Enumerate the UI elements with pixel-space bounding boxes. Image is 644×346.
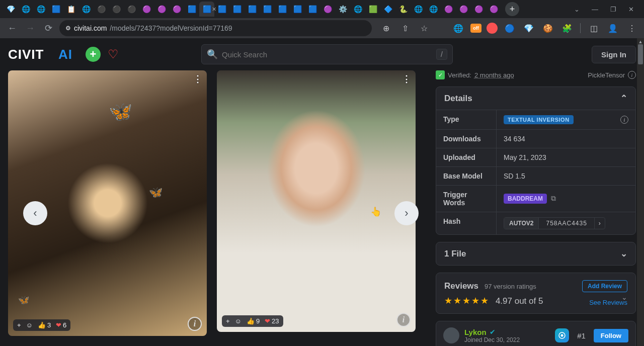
reviews-count: 97 version ratings <box>485 283 536 290</box>
gallery-image[interactable]: ⋮ + ☺ 👍9 ❤23 i <box>217 70 416 332</box>
ext-icon[interactable]: 💎 <box>522 21 536 35</box>
info-icon[interactable]: i <box>620 116 628 124</box>
ext-icon[interactable] <box>487 23 498 34</box>
hash-value[interactable]: 758AAC4435 <box>539 218 594 229</box>
scrollbar[interactable]: ▲ <box>637 38 644 346</box>
profile-icon[interactable]: 👤 <box>606 21 620 35</box>
tab[interactable]: 🟦 <box>229 2 245 17</box>
info-icon[interactable]: i <box>188 317 202 331</box>
tab[interactable]: 📋 <box>63 2 78 17</box>
tab[interactable]: ⚙️ <box>335 2 350 17</box>
ext-icon[interactable]: off <box>470 24 481 33</box>
tab[interactable]: 🟦 <box>290 2 305 17</box>
sign-in-button[interactable]: Sign In <box>592 46 636 63</box>
new-tab-button[interactable]: + <box>505 2 519 16</box>
hash-type[interactable]: AUTOV2 <box>504 218 539 229</box>
add-review-button[interactable]: Add Review <box>582 280 627 292</box>
forward-button[interactable]: → <box>23 21 37 35</box>
share-icon[interactable]: ⇧ <box>398 21 412 35</box>
gallery-next-button[interactable]: › <box>394 201 419 225</box>
details-header[interactable]: Details ⌃ <box>436 87 635 110</box>
copy-icon[interactable]: ⧉ <box>551 194 560 203</box>
install-app-icon[interactable]: ⊕ <box>379 21 393 35</box>
thumbs-reaction[interactable]: 👍3 <box>38 321 51 329</box>
hash-more-button[interactable]: › <box>595 218 605 229</box>
extensions-icon[interactable]: 🧩 <box>560 21 574 35</box>
tab[interactable]: 🐍 <box>395 2 411 17</box>
tab[interactable]: 🌐 <box>411 2 426 17</box>
tab[interactable]: 🌐 <box>78 2 94 17</box>
tab[interactable]: 🟦 <box>245 2 260 17</box>
chevron-down-icon[interactable]: ⌄ <box>621 293 627 301</box>
verified-date[interactable]: 2 months ago <box>474 71 514 79</box>
info-icon[interactable]: i <box>396 313 411 327</box>
info-icon[interactable]: i <box>628 71 636 79</box>
ext-icon[interactable]: 🍪 <box>541 21 555 35</box>
tab[interactable]: 🟦 <box>184 2 199 17</box>
tab[interactable]: 🟦 <box>48 2 63 17</box>
search-input[interactable] <box>222 50 436 59</box>
tab[interactable]: 🟣 <box>169 2 184 17</box>
search-shortcut: / <box>436 49 447 60</box>
gallery-prev-button[interactable]: ‹ <box>23 201 47 225</box>
files-panel[interactable]: 1 File ⌄ <box>436 242 636 266</box>
reload-button[interactable]: ⟳ <box>41 21 55 35</box>
ext-icon[interactable]: 🌐 <box>451 21 465 35</box>
trigger-word-badge[interactable]: BADDREAM <box>504 194 547 204</box>
search-box[interactable]: 🔍 / <box>201 44 453 64</box>
tab[interactable]: 🟦 <box>275 2 290 17</box>
tab[interactable]: 🌐 <box>350 2 365 17</box>
scrollbar-thumb[interactable] <box>638 44 643 64</box>
add-reaction-button[interactable]: + <box>226 317 230 325</box>
tab[interactable]: 🌐 <box>426 2 441 17</box>
avatar[interactable] <box>443 327 459 343</box>
image-menu-icon[interactable]: ⋮ <box>402 73 411 84</box>
basemodel-value: SD 1.5 <box>497 167 635 185</box>
follow-button[interactable]: Follow <box>594 329 628 342</box>
ext-icon[interactable]: 🔵 <box>503 21 517 35</box>
tab[interactable]: 🌐 <box>33 2 48 17</box>
tab[interactable]: ⚫ <box>124 2 139 17</box>
tab[interactable]: 🟣 <box>486 2 501 17</box>
logo[interactable]: CIVITAI <box>8 46 78 62</box>
tab[interactable]: 🟣 <box>471 2 486 17</box>
svg-point-3 <box>561 334 564 337</box>
tab[interactable]: ⚫ <box>109 2 124 17</box>
tab[interactable]: 🟩 <box>365 2 380 17</box>
image-menu-icon[interactable]: ⋮ <box>193 73 202 84</box>
tab[interactable]: 🟣 <box>456 2 471 17</box>
favorites-button[interactable]: ♡ <box>108 47 119 61</box>
create-button[interactable]: + <box>86 47 101 62</box>
tab[interactable]: 🟦 <box>214 2 229 17</box>
tab-dropdown-icon[interactable]: ⌄ <box>574 6 580 13</box>
tab-active[interactable]: 🟦✕ <box>199 2 214 17</box>
thumbs-reaction[interactable]: 👍9 <box>247 317 260 325</box>
sidebar: ✓ Verified: 2 months ago PickleTensor i … <box>436 70 636 346</box>
tab[interactable]: 🟣 <box>320 2 335 17</box>
emoji-reaction-button[interactable]: ☺ <box>235 317 242 325</box>
tab[interactable]: 🔷 <box>380 2 395 17</box>
back-button[interactable]: ← <box>5 21 19 35</box>
close-window-icon[interactable]: ✕ <box>628 6 634 13</box>
heart-reaction[interactable]: ❤6 <box>56 321 66 329</box>
sidepanel-icon[interactable]: ◫ <box>587 21 601 35</box>
tab[interactable]: 🟣 <box>441 2 456 17</box>
emoji-reaction-button[interactable]: ☺ <box>26 321 33 329</box>
tab[interactable]: 💎 <box>3 2 18 17</box>
add-reaction-button[interactable]: + <box>17 321 21 329</box>
tab[interactable]: 🟣 <box>139 2 154 17</box>
url-input[interactable]: ⚙ civitai.com/models/72437?modelVersionI… <box>59 20 372 36</box>
tab[interactable]: 🟦 <box>305 2 320 17</box>
heart-reaction[interactable]: ❤23 <box>265 317 279 325</box>
tab[interactable]: 🌐 <box>18 2 33 17</box>
creator-name[interactable]: Lykon <box>464 328 487 336</box>
close-icon[interactable]: ✕ <box>212 6 216 13</box>
tab[interactable]: ⚫ <box>94 2 109 17</box>
tab[interactable]: 🟦 <box>260 2 275 17</box>
site-info-icon[interactable]: ⚙ <box>65 25 71 32</box>
maximize-icon[interactable]: ❐ <box>610 6 616 13</box>
minimize-icon[interactable]: — <box>592 6 598 13</box>
tab[interactable]: 🟣 <box>154 2 169 17</box>
menu-icon[interactable]: ⋮ <box>625 21 639 35</box>
bookmark-icon[interactable]: ☆ <box>417 21 431 35</box>
